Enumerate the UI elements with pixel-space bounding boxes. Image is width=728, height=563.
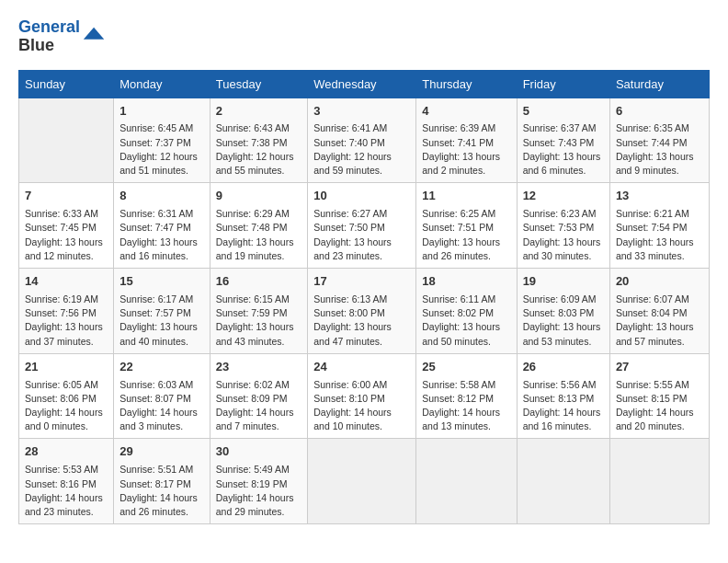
day-number: 30	[216, 443, 301, 461]
calendar-cell: 8Sunrise: 6:31 AMSunset: 7:47 PMDaylight…	[114, 183, 210, 269]
calendar-cell: 16Sunrise: 6:15 AMSunset: 7:59 PMDayligh…	[210, 269, 307, 354]
weekday-header-thursday: Thursday	[416, 70, 517, 98]
calendar-cell: 14Sunrise: 6:19 AMSunset: 7:56 PMDayligh…	[19, 269, 114, 354]
day-number: 6	[616, 103, 703, 121]
day-number: 7	[25, 188, 108, 205]
calendar-cell: 3Sunrise: 6:41 AMSunset: 7:40 PMDaylight…	[308, 98, 416, 183]
calendar-cell: 13Sunrise: 6:21 AMSunset: 7:54 PMDayligh…	[609, 183, 709, 269]
day-number: 8	[119, 188, 204, 205]
calendar-cell	[416, 439, 517, 524]
calendar-cell: 25Sunrise: 5:58 AMSunset: 8:12 PMDayligh…	[416, 353, 517, 439]
calendar-cell: 20Sunrise: 6:07 AMSunset: 8:04 PMDayligh…	[609, 269, 709, 354]
day-number: 26	[523, 359, 604, 376]
day-number: 18	[422, 273, 510, 291]
calendar-cell: 5Sunrise: 6:37 AMSunset: 7:43 PMDaylight…	[517, 98, 609, 183]
calendar-cell: 9Sunrise: 6:29 AMSunset: 7:48 PMDaylight…	[210, 183, 307, 269]
day-number: 28	[25, 443, 108, 461]
calendar-cell: 29Sunrise: 5:51 AMSunset: 8:17 PMDayligh…	[114, 439, 210, 524]
weekday-header-sunday: Sunday	[19, 70, 114, 98]
day-number: 19	[523, 273, 604, 291]
calendar-cell: 28Sunrise: 5:53 AMSunset: 8:16 PMDayligh…	[19, 439, 114, 524]
weekday-header-tuesday: Tuesday	[210, 70, 307, 98]
day-number: 13	[616, 188, 703, 205]
weekday-header-saturday: Saturday	[609, 70, 709, 98]
calendar-cell: 21Sunrise: 6:05 AMSunset: 8:06 PMDayligh…	[19, 353, 114, 439]
weekday-header-wednesday: Wednesday	[308, 70, 416, 98]
calendar-cell: 4Sunrise: 6:39 AMSunset: 7:41 PMDaylight…	[416, 98, 517, 183]
page-header: GeneralBlue	[18, 18, 710, 55]
calendar-cell: 22Sunrise: 6:03 AMSunset: 8:07 PMDayligh…	[114, 353, 210, 439]
weekday-header-monday: Monday	[114, 70, 210, 98]
calendar-cell: 1Sunrise: 6:45 AMSunset: 7:37 PMDaylight…	[114, 98, 210, 183]
calendar-cell: 7Sunrise: 6:33 AMSunset: 7:45 PMDaylight…	[19, 183, 114, 269]
day-number: 27	[616, 359, 703, 376]
day-number: 16	[216, 273, 301, 291]
calendar-cell	[308, 439, 416, 524]
calendar-cell: 23Sunrise: 6:02 AMSunset: 8:09 PMDayligh…	[210, 353, 307, 439]
calendar-cell: 2Sunrise: 6:43 AMSunset: 7:38 PMDaylight…	[210, 98, 307, 183]
day-number: 21	[25, 359, 108, 376]
day-number: 3	[313, 103, 410, 121]
day-number: 9	[216, 188, 301, 205]
calendar-cell: 26Sunrise: 5:56 AMSunset: 8:13 PMDayligh…	[517, 353, 609, 439]
day-number: 2	[216, 103, 301, 121]
calendar-cell: 12Sunrise: 6:23 AMSunset: 7:53 PMDayligh…	[517, 183, 609, 269]
day-number: 1	[119, 103, 204, 121]
day-number: 14	[25, 273, 108, 291]
svg-marker-0	[84, 28, 104, 40]
calendar-cell: 15Sunrise: 6:17 AMSunset: 7:57 PMDayligh…	[114, 269, 210, 354]
calendar-cell: 6Sunrise: 6:35 AMSunset: 7:44 PMDaylight…	[609, 98, 709, 183]
calendar-cell: 30Sunrise: 5:49 AMSunset: 8:19 PMDayligh…	[210, 439, 307, 524]
calendar-cell	[517, 439, 609, 524]
calendar-week-row: 21Sunrise: 6:05 AMSunset: 8:06 PMDayligh…	[19, 353, 710, 439]
day-number: 11	[422, 188, 510, 205]
day-number: 24	[313, 359, 410, 376]
calendar-table: SundayMondayTuesdayWednesdayThursdayFrid…	[18, 70, 710, 525]
day-number: 23	[216, 359, 301, 376]
day-number: 4	[422, 103, 510, 121]
calendar-week-row: 7Sunrise: 6:33 AMSunset: 7:45 PMDaylight…	[19, 183, 710, 269]
day-number: 12	[523, 188, 604, 205]
calendar-cell	[609, 439, 709, 524]
day-number: 10	[313, 188, 410, 205]
calendar-cell: 24Sunrise: 6:00 AMSunset: 8:10 PMDayligh…	[308, 353, 416, 439]
weekday-header-friday: Friday	[517, 70, 609, 98]
calendar-week-row: 28Sunrise: 5:53 AMSunset: 8:16 PMDayligh…	[19, 439, 710, 524]
calendar-cell: 18Sunrise: 6:11 AMSunset: 8:02 PMDayligh…	[416, 269, 517, 354]
calendar-week-row: 1Sunrise: 6:45 AMSunset: 7:37 PMDaylight…	[19, 98, 710, 183]
calendar-cell	[19, 98, 114, 183]
day-number: 25	[422, 359, 510, 376]
day-number: 22	[119, 359, 204, 376]
calendar-cell: 19Sunrise: 6:09 AMSunset: 8:03 PMDayligh…	[517, 269, 609, 354]
day-number: 15	[119, 273, 204, 291]
day-number: 20	[616, 273, 703, 291]
logo-text: GeneralBlue	[18, 18, 80, 55]
logo: GeneralBlue	[18, 18, 108, 55]
logo-icon	[82, 24, 108, 50]
day-number: 5	[523, 103, 604, 121]
calendar-cell: 17Sunrise: 6:13 AMSunset: 8:00 PMDayligh…	[308, 269, 416, 354]
calendar-cell: 10Sunrise: 6:27 AMSunset: 7:50 PMDayligh…	[308, 183, 416, 269]
calendar-cell: 27Sunrise: 5:55 AMSunset: 8:15 PMDayligh…	[609, 353, 709, 439]
day-number: 29	[119, 443, 204, 461]
weekday-header-row: SundayMondayTuesdayWednesdayThursdayFrid…	[19, 70, 710, 98]
day-number: 17	[313, 273, 410, 291]
calendar-cell: 11Sunrise: 6:25 AMSunset: 7:51 PMDayligh…	[416, 183, 517, 269]
calendar-week-row: 14Sunrise: 6:19 AMSunset: 7:56 PMDayligh…	[19, 269, 710, 354]
